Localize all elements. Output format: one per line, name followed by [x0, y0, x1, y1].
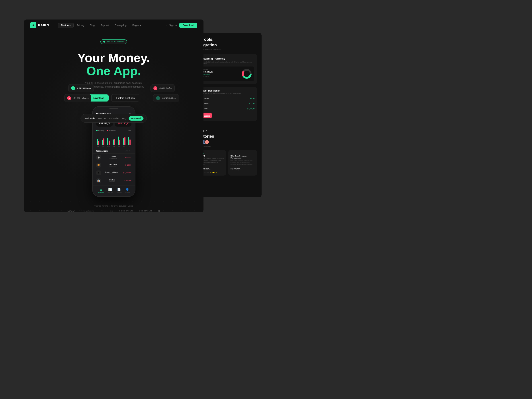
expenses-legend-label: Expenses — [109, 130, 116, 131]
hero-explore-button[interactable]: Explore Features — [111, 94, 139, 102]
secondary-heading: ul Tools, — [197, 37, 257, 42]
fnav-download-button[interactable]: Download — [129, 116, 144, 120]
floating-nav: How it works Features Testimonials FAQ D… — [81, 114, 147, 123]
transaction-coffee: ☕ Coffee Restaurants - $ 3,99 — [93, 153, 135, 161]
fnav-testimonials[interactable]: Testimonials — [108, 117, 120, 120]
holidays-dot: ✕ — [67, 96, 71, 100]
month-jun: Jun — [122, 146, 126, 147]
fnav-features[interactable]: Features — [98, 117, 106, 120]
nav-links: Features Pricing Blog Support Changelog … — [58, 23, 165, 28]
dividend-text: + $250 Dividend — [162, 97, 176, 99]
logo-icon: ✦ — [30, 22, 36, 28]
holidays-category: Travel — [103, 173, 120, 174]
nav-link-blog[interactable]: Blog — [87, 23, 97, 28]
brand-logo-4: ∞∞ — [109, 210, 113, 212]
coffee-dot: ✕ — [153, 86, 157, 90]
month-feb: Feb — [101, 146, 105, 147]
user-count: Join 100,000+ users — [197, 146, 257, 147]
bottom-tagline: The Go-To Choice for Over 100,000+ Users — [30, 205, 197, 207]
coffee-text: - $3,99 Coffee — [159, 87, 172, 89]
bar-jul — [127, 137, 132, 145]
coffee-category: Restaurants — [103, 158, 124, 159]
brand-logo-6: LOGOIPSUM — [139, 210, 152, 212]
navbar-download-button[interactable]: Download — [179, 23, 197, 28]
test-text-2: With Kaiko, now I can organize, track in… — [231, 160, 255, 166]
account-icon: 👤 — [126, 188, 129, 191]
rent-name: Rent — [204, 108, 208, 109]
twitter-amount: $ 6,99 — [250, 98, 254, 99]
fastfood-name: Fast Food — [103, 163, 123, 165]
hero-title-line2: One App. — [30, 64, 197, 78]
transaction-clothes: 👔 Clothes Shopping - $ 250,00 — [93, 177, 135, 184]
holidays-icon: ✈ — [96, 171, 101, 175]
transactions-title: Transactions — [96, 150, 109, 152]
brand-logo-7: N — [158, 210, 160, 212]
month-apr: Apr — [112, 146, 116, 147]
test-author-2: Alex Martinez — [231, 168, 255, 169]
fnav-faq[interactable]: FAQ — [122, 117, 126, 120]
test-logo-2: ✦ — [231, 152, 255, 154]
nav-link-features[interactable]: Features — [58, 23, 73, 28]
chart-labels: Jan Feb Mar Apr May Jun Jul — [93, 146, 135, 147]
brand-logo-2: ✦ logoipsum — [81, 210, 95, 212]
version-text: Version 2.2 out now — [106, 41, 124, 43]
sign-in-link[interactable]: Sign In — [169, 24, 177, 27]
month-may: May — [117, 146, 121, 147]
contracts-icon: 📄 — [117, 188, 121, 191]
fastfood-info: Fast Food Restaurant — [103, 163, 123, 167]
bottom-nav-dashboard[interactable]: ⊞ Dashboard — [98, 188, 104, 193]
holidays-text: - $1,200 Holidays — [73, 97, 89, 99]
avatars-row — [197, 140, 257, 145]
it-desc: Get a clear, comprehensive overview of a… — [200, 93, 254, 94]
bottom-nav-analytics[interactable]: 📊 Analytics — [108, 188, 113, 193]
clothes-category: Shopping — [103, 181, 122, 182]
brand-logo-1: LOGO — [67, 210, 75, 212]
logo-text: KAIKO — [38, 24, 49, 27]
nav-link-changelog[interactable]: Changelog — [112, 23, 129, 28]
bottom-nav-contracts[interactable]: 📄 Contracts — [116, 188, 122, 193]
nav-link-pricing[interactable]: Pricing — [74, 23, 87, 28]
earnings-value: $ 85.222,00 — [98, 122, 111, 125]
secondary-subtext: noice management effortlessly — [197, 48, 257, 50]
month-jan: Jan — [96, 146, 100, 147]
expenses-dot — [107, 130, 108, 131]
search-icon[interactable]: ○ — [165, 24, 166, 27]
clothes-icon: 👔 — [96, 178, 101, 183]
financial-patterns-card: Financial Patterns Smarter insights into… — [197, 54, 257, 84]
bar-chart — [93, 133, 135, 146]
bar-jun — [122, 137, 126, 145]
nav-link-pages[interactable]: Pages — [130, 23, 144, 28]
stories-heading: omer — [197, 129, 257, 133]
dividend-dot: + — [156, 96, 160, 100]
transaction-holidays: ✈ Sunny Holidays Travel - $ 1,200,00 — [93, 169, 135, 177]
analytics-icon: 📊 — [108, 188, 112, 191]
logo-area[interactable]: ✦ KAIKO — [30, 22, 49, 28]
nav-link-support[interactable]: Support — [98, 23, 112, 28]
period-selector[interactable]: Year — [128, 130, 131, 131]
fnav-how-it-works[interactable]: How it works — [84, 117, 95, 120]
month-mar: Mar — [107, 146, 111, 147]
avatar-3 — [204, 140, 209, 145]
legend-earnings: Earnings — [96, 130, 105, 131]
transactions-header: Transactions View All › — [93, 148, 135, 153]
dashboard-label: Dashboard — [98, 192, 104, 193]
test-role-2: Software Engineer — [231, 169, 255, 171]
holidays-name: Sunny Holidays — [103, 171, 120, 173]
netflix-amount: $ 11,99 — [249, 103, 254, 104]
float-card-coffee: ✕ - $3,99 Coffee — [151, 84, 175, 92]
bar-apr — [112, 139, 116, 145]
navbar: ✦ KAIKO Features Pricing Blog Support Ch… — [24, 19, 203, 31]
bottom-section: The Go-To Choice for Over 100,000+ Users… — [24, 201, 203, 212]
earnings-dot — [96, 130, 98, 131]
stars-1: ★★★★★ — [210, 171, 217, 173]
main-browser-window: ✦ KAIKO Features Pricing Blog Support Ch… — [24, 19, 203, 212]
view-all-button[interactable]: View All › — [125, 150, 132, 152]
logo-strip: LOGO ✦ logoipsum ◯ ∞∞ LOGO IPSUM LOGOIPS… — [30, 210, 197, 212]
bar-may — [117, 137, 121, 145]
chart-legend: Earnings Expenses Year — [93, 129, 135, 133]
bottom-nav-account[interactable]: 👤 Account — [125, 188, 130, 193]
holidays-info: Sunny Holidays Travel — [103, 171, 120, 174]
fastfood-icon: 🍔 — [96, 163, 101, 168]
transaction-fastfood: 🍔 Fast Food Restaurant - $ 12,99 — [93, 161, 135, 169]
coffee-info: Coffee Restaurants — [103, 156, 124, 159]
